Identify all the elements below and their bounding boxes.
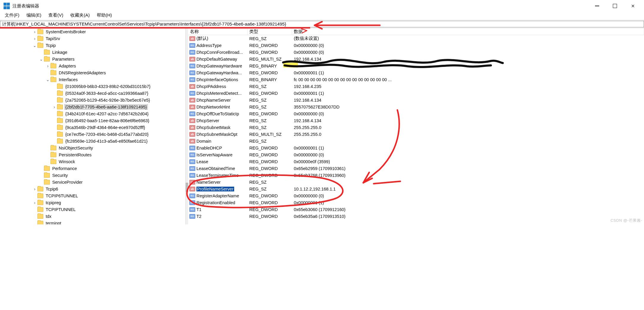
tree-item[interactable]: {34b2410f-61ec-4207-a2cc-7d56742b2d04} xyxy=(0,110,185,117)
value-row[interactable]: ProfileNameServerREG_SZ10.1.12.2,192.168… xyxy=(188,185,644,192)
tree-item[interactable]: {2a752065-b129-454c-926e-3b7be5ec67e5} xyxy=(0,97,185,103)
value-row[interactable]: DhcpIPAddressREG_SZ192.168.4.235 xyxy=(188,83,644,90)
title-bar: 注册表编辑器 xyxy=(0,0,644,12)
tree-item[interactable]: {9ca3546b-29df-4364-864e-ece970d52fff} xyxy=(0,124,185,131)
value-row[interactable]: DhcpConnForceBroad...REG_DWORD0x00000000… xyxy=(188,49,644,56)
value-row[interactable]: AddressTypeREG_DWORD0x00000000 (0) xyxy=(188,42,644,49)
value-row[interactable]: LeaseTerminatesTimeREG_DWORD0x65eb3768 (… xyxy=(188,172,644,179)
value-name: Lease xyxy=(196,159,208,164)
tree-item-label: Security xyxy=(51,173,69,178)
value-row[interactable]: DhcpDefaultGatewayREG_MULTI_SZ192.168.4.… xyxy=(188,56,644,62)
menu-view[interactable]: 查看(V) xyxy=(48,12,64,19)
tree-item[interactable]: DNSRegisteredAdapters xyxy=(0,69,185,76)
chevron-icon[interactable] xyxy=(33,200,37,205)
tree-item[interactable]: ServiceProvider xyxy=(0,179,185,185)
tree-item[interactable]: SystemEventsBroker xyxy=(0,28,185,35)
menu-bar: 文件(F) 编辑(E) 查看(V) 收藏夹(A) 帮助(H) xyxy=(0,12,644,20)
tree-item[interactable]: Tcpip6 xyxy=(0,185,185,192)
watermark: CSDN @-芒果酱- xyxy=(610,218,642,223)
close-button[interactable] xyxy=(624,0,642,12)
menu-file[interactable]: 文件(F) xyxy=(4,12,20,19)
value-row[interactable]: DhcpInterfaceOptionsREG_BINARYfc 00 00 0… xyxy=(188,76,644,83)
tree-item[interactable]: TapiSrv xyxy=(0,35,185,42)
tree-item[interactable]: TCPIPTUNNEL xyxy=(0,206,185,213)
value-row[interactable]: LeaseREG_DWORD0x00000e0f (3599) xyxy=(188,158,644,165)
tree-item[interactable]: TCPIP6TUNNEL xyxy=(0,192,185,199)
chevron-icon[interactable] xyxy=(33,29,37,34)
menu-help[interactable]: 帮助(H) xyxy=(96,12,112,19)
chevron-icon[interactable] xyxy=(33,36,37,41)
value-row[interactable]: DhcpGatewayHardwa...REG_DWORD0x00000001 … xyxy=(188,69,644,76)
value-name: ProfileNameServer xyxy=(196,187,234,191)
value-row[interactable]: (默认)REG_SZ(数值未设置) xyxy=(188,35,644,42)
tree-item[interactable]: {2bf2db1f-7705-4be6-aa6e-138f10921495} xyxy=(0,103,185,110)
value-row[interactable]: DhcpNameServerREG_SZ192.168.4.134 xyxy=(188,97,644,103)
chevron-icon[interactable] xyxy=(33,43,37,48)
col-header-type[interactable]: 类型 xyxy=(248,28,292,35)
value-row[interactable]: DhcpOffDueToStaticIpREG_DWORD0x00000000 … xyxy=(188,110,644,117)
chevron-icon[interactable] xyxy=(33,187,37,191)
tree-item[interactable]: {010095b9-b6b3-4323-89b2-620bd31015b7} xyxy=(0,83,185,90)
value-row[interactable]: IsServerNapAwareREG_DWORD0x00000000 (0) xyxy=(188,151,644,158)
value-row[interactable]: DomainREG_SZ xyxy=(188,138,644,144)
value-data: 3557075627E38D07DD xyxy=(292,105,644,109)
maximize-button[interactable] xyxy=(606,0,624,12)
value-row[interactable]: LeaseObtainedTimeREG_DWORD0x65eb2959 (17… xyxy=(188,165,644,172)
tree-item-label: terminpt xyxy=(45,221,62,225)
tree-item-label: {391d6492-baa5-11ee-82aa-806e6f6e6963} xyxy=(64,118,150,123)
col-header-data[interactable]: 数据 xyxy=(292,28,644,35)
tree-item[interactable]: {ce7ecf5e-7203-494c-b468-d145a77abd20} xyxy=(0,131,185,138)
folder-icon xyxy=(57,84,63,89)
tree-item[interactable]: Adapters xyxy=(0,62,185,69)
folder-icon xyxy=(57,91,63,96)
value-row[interactable]: RegisterAdapterNameREG_DWORD0x00000000 (… xyxy=(188,192,644,199)
chevron-icon[interactable] xyxy=(46,77,50,82)
value-row[interactable]: DhcpSubnetMaskOptREG_MULTI_SZ255.255.255… xyxy=(188,131,644,138)
value-row[interactable]: DhcpIsMeteredDetect...REG_DWORD0x0000000… xyxy=(188,90,644,97)
value-name: DhcpServer xyxy=(196,118,219,123)
tree-item[interactable]: Security xyxy=(0,172,185,179)
tree-item[interactable]: Parameters xyxy=(0,56,185,62)
chevron-icon[interactable] xyxy=(39,57,43,62)
value-row[interactable]: T2REG_DWORD0x65eb35a6 (1709913510) xyxy=(188,213,644,220)
tree-item[interactable]: {05324a0f-3633-4ecd-a5cc-ca199366aa87} xyxy=(0,90,185,97)
address-bar[interactable]: 计算机\HKEY_LOCAL_MACHINE\SYSTEM\CurrentCon… xyxy=(0,21,644,27)
binary-value-icon xyxy=(189,43,195,48)
value-row[interactable]: T1REG_DWORD0x65eb3060 (1709912160) xyxy=(188,206,644,213)
tree-item[interactable]: terminpt xyxy=(0,220,185,224)
splitter[interactable] xyxy=(186,28,188,224)
chevron-icon[interactable] xyxy=(46,64,50,68)
value-row[interactable]: RegistrationEnabledREG_DWORD0x00000001 (… xyxy=(188,199,644,206)
tree-item[interactable]: Performance xyxy=(0,165,185,172)
menu-edit[interactable]: 编辑(E) xyxy=(26,12,42,19)
value-type: REG_SZ xyxy=(248,118,292,123)
folder-icon xyxy=(37,36,43,41)
tree-item[interactable]: tcpipreg xyxy=(0,199,185,206)
value-type: REG_MULTI_SZ xyxy=(248,132,292,137)
value-row[interactable]: NameServerREG_SZ xyxy=(188,179,644,185)
values-panel[interactable]: 名称 类型 数据 (默认)REG_SZ(数值未设置)AddressTypeREG… xyxy=(188,28,644,224)
tree-item[interactable]: NsiObjectSecurity xyxy=(0,144,185,151)
chevron-icon[interactable] xyxy=(52,105,56,109)
menu-favorites[interactable]: 收藏夹(A) xyxy=(70,12,90,19)
col-header-name[interactable]: 名称 xyxy=(188,28,248,35)
tree-item[interactable]: {fc28569e-120d-41c3-a5a6-e850fae61d21} xyxy=(0,138,185,144)
value-row[interactable]: DhcpGatewayHardwareREG_BINARY xyxy=(188,62,644,69)
tree-item[interactable]: tdx xyxy=(0,213,185,220)
tree-item[interactable]: Linkage xyxy=(0,49,185,56)
tree-item[interactable]: Tcpip xyxy=(0,42,185,49)
tree-item[interactable]: Winsock xyxy=(0,158,185,165)
tree-panel[interactable]: SystemEventsBrokerTapiSrvTcpipLinkagePar… xyxy=(0,28,186,224)
tree-item-label: TCPIP6TUNNEL xyxy=(45,193,79,198)
splitter-thumb[interactable] xyxy=(186,183,188,192)
window-title: 注册表编辑器 xyxy=(12,3,39,9)
tree-item[interactable]: {391d6492-baa5-11ee-82aa-806e6f6e6963} xyxy=(0,117,185,124)
minimize-button[interactable] xyxy=(588,0,606,12)
value-row[interactable]: DhcpSubnetMaskREG_SZ255.255.255.0 xyxy=(188,124,644,131)
value-row[interactable]: DhcpNetworkHintREG_SZ3557075627E38D07DD xyxy=(188,103,644,110)
tree-item[interactable]: PersistentRoutes xyxy=(0,151,185,158)
value-row[interactable]: DhcpServerREG_SZ192.168.4.134 xyxy=(188,117,644,124)
value-row[interactable]: EnableDHCPREG_DWORD0x00000001 (1) xyxy=(188,144,644,151)
tree-item[interactable]: Interfaces xyxy=(0,76,185,83)
tree-item-label: {010095b9-b6b3-4323-89b2-620bd31015b7} xyxy=(64,84,151,89)
